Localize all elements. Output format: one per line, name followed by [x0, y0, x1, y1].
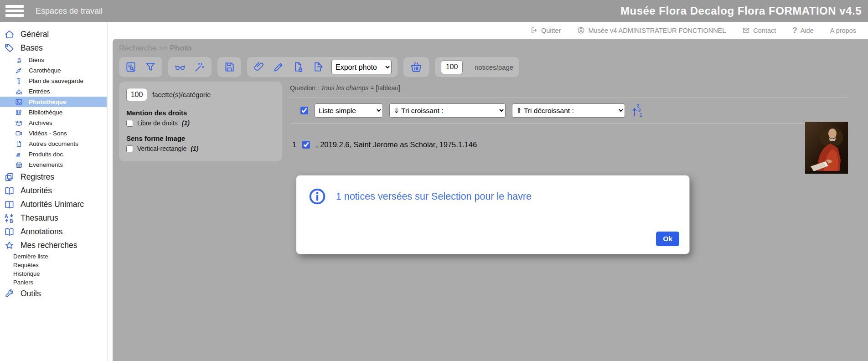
sidebar-item-label: Mes recherches — [21, 241, 78, 250]
sidebar-item-requetes[interactable]: Requêtes — [0, 261, 108, 269]
sidebar-item-general[interactable]: Général — [0, 27, 108, 41]
sidebar-item-annotations[interactable]: Annotations — [0, 225, 108, 238]
facet-option-label: Vertical-rectangle — [137, 145, 186, 152]
contact-button[interactable]: Contact — [742, 26, 776, 34]
sidebar-item-autorites-unimarc[interactable]: Autorités Unimarc — [0, 197, 108, 211]
sidebar-item-videos-sons[interactable]: Vidéos - Sons — [0, 128, 108, 139]
toolbar-group-basket — [403, 57, 429, 77]
list-mode-select[interactable]: Liste simple — [315, 103, 383, 118]
sidebar-item-label: Bibliothèque — [29, 109, 62, 116]
sidebar-item-mes-recherches[interactable]: Mes recherches — [0, 238, 108, 252]
book-icon — [4, 227, 15, 237]
star-icon — [4, 240, 15, 251]
attachment-icon[interactable] — [253, 61, 265, 73]
archive-icon — [15, 119, 23, 127]
sidebar-item-label: Requêtes — [13, 262, 39, 268]
sidebar-item-bibliotheque[interactable]: Bibliothèque — [0, 107, 108, 118]
toolbar-group-view — [168, 57, 212, 77]
result-checkbox[interactable] — [302, 141, 310, 149]
save-icon[interactable] — [223, 61, 235, 73]
home-icon — [4, 29, 15, 40]
main-content: Recherche >> Photo — [113, 39, 868, 361]
sidebar-item-phototheque[interactable]: Photothèque — [0, 97, 107, 107]
sidebar-item-label: Historique — [13, 270, 40, 277]
sidebar-item-entrees[interactable]: Entrées — [0, 86, 108, 97]
facet-option-vertical-rectangle[interactable]: Vertical-rectangle(1) — [126, 145, 275, 152]
sidebar-item-carotheque[interactable]: Carothèque — [0, 65, 108, 76]
select-all-checkbox[interactable] — [300, 107, 308, 114]
stack-icon — [15, 150, 23, 158]
sort-order-icon[interactable]: 321 — [631, 103, 643, 118]
ok-button[interactable]: Ok — [656, 232, 679, 246]
magic-wand-icon[interactable] — [194, 61, 206, 73]
sidebar: GénéralBasesBiensCarothèquePlan de sauve… — [0, 22, 108, 361]
facet-option-count: (1) — [182, 119, 190, 127]
library-icon — [15, 108, 23, 116]
edit-icon[interactable] — [273, 61, 284, 73]
sidebar-item-label: Thesaurus — [21, 213, 58, 223]
sidebar-item-autres-documents[interactable]: Autres documents — [0, 139, 108, 149]
list-search-icon[interactable] — [125, 61, 137, 73]
sidebar-item-archives[interactable]: Archives — [0, 118, 108, 128]
sort-descending-select[interactable]: ⇑ Tri décroissant : — [512, 103, 625, 118]
help-button[interactable]: ? Aide — [792, 26, 813, 35]
extinguisher-icon — [15, 77, 23, 85]
result-row: 1, 2019.2.6, Saint Jerome as Scholar, 19… — [290, 140, 848, 149]
svg-text:B: B — [10, 218, 13, 223]
sidebar-item-produits-doc[interactable]: Produits doc. — [0, 149, 108, 160]
sidebar-item-biens[interactable]: Biens — [0, 55, 108, 65]
sidebar-item-autorites[interactable]: Autorités — [0, 184, 108, 197]
user-menu[interactable]: Musée v4 ADMINISTRATEUR FONCTIONNEL — [577, 26, 726, 34]
sidebar-item-label: Biens — [29, 57, 44, 63]
sidebar-item-thesaurus[interactable]: ABThesaurus — [0, 211, 108, 225]
result-thumbnail[interactable] — [805, 122, 848, 174]
notices-per-page-input[interactable] — [441, 60, 463, 74]
user-label: Musée v4 ADMINISTRATEUR FONCTIONNEL — [588, 27, 726, 34]
facet-count-input[interactable] — [126, 88, 147, 101]
calendar-icon — [15, 161, 23, 169]
filter-icon[interactable] — [145, 61, 156, 73]
breadcrumb: Recherche >> Photo — [119, 44, 868, 53]
sidebar-item-label: Autres documents — [29, 140, 78, 147]
sidebar-item-paniers[interactable]: Paniers — [0, 278, 108, 287]
divider — [290, 98, 848, 98]
exit-icon — [530, 26, 538, 34]
toolbar-group-save — [217, 57, 241, 77]
basket-icon[interactable] — [409, 60, 423, 74]
document-lock-icon[interactable] — [292, 61, 304, 73]
sidebar-item-outils[interactable]: Outils — [0, 287, 108, 300]
topbar: Espaces de travail Musée Flora Decalog F… — [0, 0, 868, 22]
sidebar-item-label: Registres — [21, 172, 54, 182]
facet-count-label: facette(s)/catégorie — [152, 91, 211, 98]
facet-option-count: (1) — [191, 145, 198, 152]
facet-panel: facette(s)/catégorie Mention des droitsL… — [119, 82, 282, 161]
result-text[interactable]: , 2019.2.6, Saint Jerome as Scholar, 197… — [316, 140, 477, 149]
quit-button[interactable]: Quitter — [530, 26, 561, 34]
toolbar-group-pagination: notices/page — [435, 57, 519, 77]
about-button[interactable]: A propos — [830, 27, 856, 34]
sidebar-item-evenements[interactable]: Evènements — [0, 160, 108, 170]
sort-ascending-select[interactable]: ⇓ Tri croissant : — [389, 103, 506, 118]
menu-icon[interactable] — [5, 5, 24, 17]
sidebar-item-historique[interactable]: Historique — [0, 269, 108, 278]
mail-icon — [742, 26, 750, 34]
document-export-icon[interactable] — [312, 61, 324, 73]
contact-label: Contact — [753, 27, 776, 34]
user-icon — [577, 26, 585, 34]
facet-option-libre-de-droits[interactable]: Libre de droits(1) — [126, 119, 275, 127]
help-label: Aide — [801, 27, 814, 34]
sidebar-item-plan-de-sauvegarde[interactable]: Plan de sauvegarde — [0, 76, 108, 86]
workspace-label[interactable]: Espaces de travail — [36, 6, 103, 16]
facet-checkbox[interactable] — [126, 120, 133, 127]
glasses-icon[interactable] — [174, 61, 186, 73]
divider — [290, 123, 848, 124]
facet-group-title: Sens forme Image — [126, 134, 275, 142]
sidebar-item-bases[interactable]: Bases — [0, 41, 108, 55]
carrot-icon — [15, 67, 23, 74]
sidebar-item-registres[interactable]: Registres — [0, 170, 108, 184]
export-select[interactable]: Export photo — [331, 60, 392, 74]
facet-checkbox[interactable] — [126, 145, 133, 152]
sidebar-item-derniere-liste[interactable]: Dernière liste — [0, 252, 108, 261]
sidebar-item-label: Général — [21, 30, 49, 39]
dialog-message: 1 notices versées sur Selection pour le … — [336, 191, 532, 202]
